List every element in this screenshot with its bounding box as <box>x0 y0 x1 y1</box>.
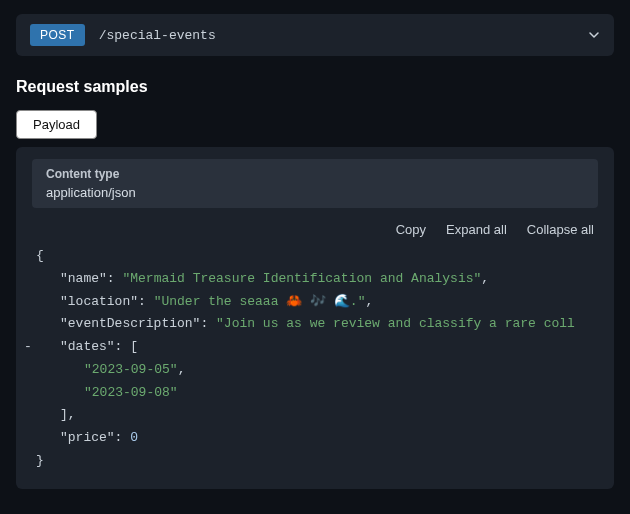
content-type-value: application/json <box>46 185 584 200</box>
copy-button[interactable]: Copy <box>396 222 426 237</box>
content-type-block: Content type application/json <box>32 159 598 208</box>
json-string: "Join us as we review and classify a rar… <box>216 316 575 331</box>
endpoint-bar[interactable]: POST /special-events <box>16 14 614 56</box>
json-string: "Under the seaaa 🦀 🎶 🌊." <box>154 294 366 309</box>
endpoint-path: /special-events <box>99 28 574 43</box>
json-string: "2023-09-05" <box>84 362 178 377</box>
sample-panel: Content type application/json Copy Expan… <box>16 147 614 489</box>
json-key: "price" <box>60 430 115 445</box>
http-method-badge: POST <box>30 24 85 46</box>
json-string: "Mermaid Treasure Identification and Ana… <box>122 271 481 286</box>
bracket-close: ] <box>60 407 68 422</box>
json-key: "dates" <box>60 339 115 354</box>
brace-close: } <box>36 453 44 468</box>
collapse-toggle-icon[interactable]: - <box>24 336 32 359</box>
json-key: "name" <box>60 271 107 286</box>
bracket-open: [ <box>130 339 138 354</box>
chevron-down-icon[interactable] <box>588 29 600 41</box>
collapse-all-button[interactable]: Collapse all <box>527 222 594 237</box>
brace-open: { <box>36 248 44 263</box>
expand-all-button[interactable]: Expand all <box>446 222 507 237</box>
tab-payload[interactable]: Payload <box>16 110 97 139</box>
json-number: 0 <box>130 430 138 445</box>
json-string: "2023-09-08" <box>84 385 178 400</box>
content-type-label: Content type <box>46 167 584 181</box>
code-actions: Copy Expand all Collapse all <box>16 208 614 245</box>
json-key: "eventDescription" <box>60 316 200 331</box>
json-code-block: {"name": "Mermaid Treasure Identificatio… <box>16 245 614 489</box>
json-key: "location" <box>60 294 138 309</box>
section-title-request-samples: Request samples <box>16 78 614 96</box>
